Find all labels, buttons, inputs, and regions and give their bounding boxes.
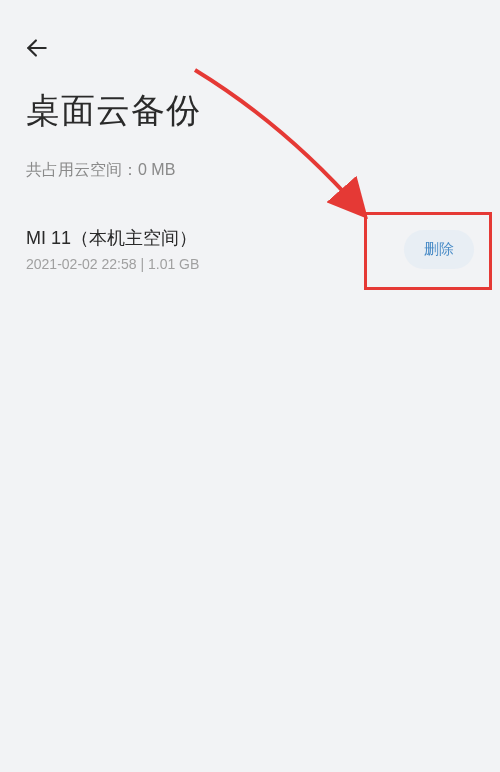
storage-value: 0 MB [138, 161, 175, 178]
backup-info: MI 11（本机主空间） 2021-02-02 22:58 | 1.01 GB [26, 226, 199, 272]
arrow-left-icon [24, 35, 50, 61]
backup-timestamp: 2021-02-02 22:58 [26, 256, 137, 272]
delete-button[interactable]: 删除 [404, 230, 474, 269]
backup-list-item: MI 11（本机主空间） 2021-02-02 22:58 | 1.01 GB … [26, 226, 474, 272]
storage-usage-label: 共占用云空间：0 MB [26, 160, 175, 181]
storage-label-prefix: 共占用云空间： [26, 161, 138, 178]
back-button[interactable] [24, 28, 64, 68]
backup-meta: 2021-02-02 22:58 | 1.01 GB [26, 256, 199, 272]
backup-size: 1.01 GB [148, 256, 199, 272]
annotation-arrow-icon [185, 65, 385, 235]
device-name: MI 11（本机主空间） [26, 226, 199, 250]
page-title: 桌面云备份 [26, 88, 201, 134]
